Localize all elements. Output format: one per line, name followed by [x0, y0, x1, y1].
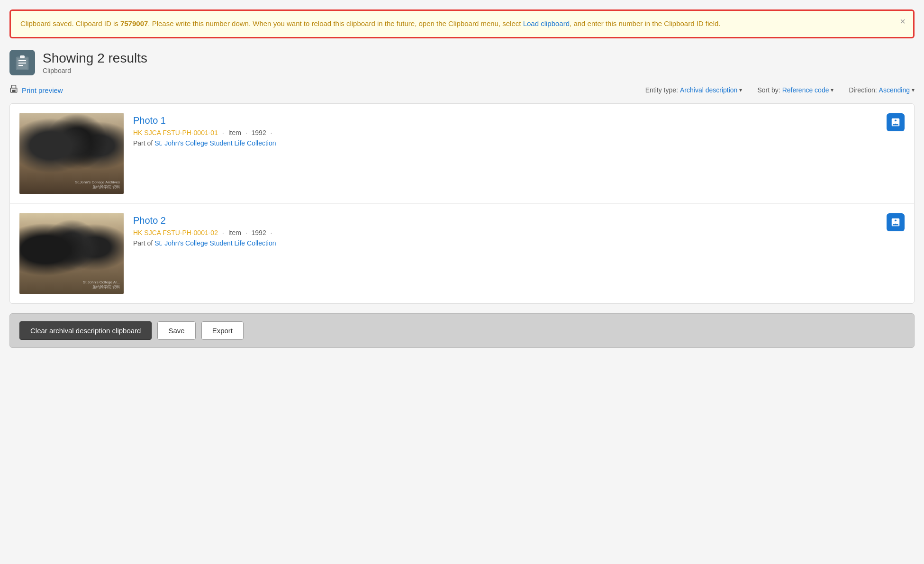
result-1-partof: Part of St. John's College Student Life … [133, 139, 905, 147]
toolbar: Print preview Entity type: Archival desc… [9, 85, 915, 96]
table-row: St.John's College Archives 圣约翰学院 资料 Phot… [10, 104, 914, 204]
header-text: Showing 2 results Clipboard [43, 51, 147, 74]
svg-point-9 [16, 89, 17, 90]
svg-rect-8 [12, 90, 16, 92]
photo-1-thumbnail: St.John's College Archives 圣约翰学院 资料 [19, 113, 124, 194]
filter-controls: Entity type: Archival description ▾ Sort… [645, 86, 915, 94]
direction-filter: Direction: Ascending ▾ [849, 86, 915, 94]
footer-toolbar: Clear archival description clipboard Sav… [9, 313, 915, 348]
results-container: St.John's College Archives 圣约翰学院 资料 Phot… [9, 103, 915, 304]
sort-by-filter: Sort by: Reference code ▾ [757, 86, 833, 94]
result-2-info: Photo 2 HK SJCA FSTU-PH-0001-02 · Item ·… [133, 213, 905, 247]
result-2-partof: Part of St. John's College Student Life … [133, 239, 905, 247]
clipboard-icon [9, 50, 35, 75]
export-button[interactable]: Export [201, 321, 244, 340]
watermark-1: St.John's College Archives 圣约翰学院 资料 [75, 180, 120, 190]
direction-value[interactable]: Ascending [879, 86, 910, 94]
direction-arrow[interactable]: ▾ [912, 87, 915, 93]
direction-label: Direction: [849, 86, 877, 94]
result-2-refcode: HK SJCA FSTU-PH-0001-02 [133, 229, 218, 237]
entity-type-arrow[interactable]: ▾ [739, 87, 742, 93]
result-2-year: 1992 [252, 229, 266, 237]
print-preview-button[interactable]: Print preview [9, 85, 63, 96]
save-button[interactable]: Save [157, 321, 195, 340]
page-subtitle: Clipboard [43, 67, 147, 74]
alert-close-button[interactable]: × [900, 17, 906, 26]
result-1-type: Item [228, 129, 241, 136]
watermark-2: St.John's College Ar... 圣约翰学院 资料 [83, 280, 120, 290]
page-header: Showing 2 results Clipboard [9, 50, 915, 75]
result-2-title[interactable]: Photo 2 [133, 215, 905, 226]
sort-by-label: Sort by: [757, 86, 780, 94]
sort-by-value[interactable]: Reference code [782, 86, 829, 94]
print-icon [9, 85, 18, 96]
svg-rect-6 [12, 85, 16, 88]
clear-clipboard-button[interactable]: Clear archival description clipboard [19, 321, 152, 340]
result-1-year: 1992 [252, 129, 266, 136]
print-preview-label: Print preview [22, 86, 63, 94]
svg-rect-5 [20, 55, 25, 58]
result-1-collection-link[interactable]: St. John's College Student Life Collecti… [154, 139, 276, 147]
result-1-info: Photo 1 HK SJCA FSTU-PH-0001-01 · Item ·… [133, 113, 905, 147]
photo-2-thumbnail: St.John's College Ar... 圣约翰学院 资料 [19, 213, 124, 294]
load-clipboard-link[interactable]: Load clipboard [523, 19, 570, 27]
result-1-meta: HK SJCA FSTU-PH-0001-01 · Item · 1992 · [133, 129, 905, 136]
alert-banner: Clipboard saved. Clipoard ID is 7579007.… [9, 9, 915, 38]
sort-by-arrow[interactable]: ▾ [831, 87, 833, 93]
result-2-type: Item [228, 229, 241, 237]
result-2-collection-link[interactable]: St. John's College Student Life Collecti… [154, 239, 276, 247]
entity-type-label: Entity type: [645, 86, 678, 94]
remove-from-clipboard-2[interactable] [887, 213, 905, 231]
result-1-refcode: HK SJCA FSTU-PH-0001-01 [133, 129, 218, 136]
page-title: Showing 2 results [43, 51, 147, 66]
table-row: St.John's College Ar... 圣约翰学院 资料 Photo 2… [10, 204, 914, 303]
result-2-meta: HK SJCA FSTU-PH-0001-02 · Item · 1992 · [133, 229, 905, 237]
remove-from-clipboard-1[interactable] [887, 113, 905, 131]
entity-type-filter: Entity type: Archival description ▾ [645, 86, 743, 94]
result-1-title[interactable]: Photo 1 [133, 115, 905, 126]
entity-type-value[interactable]: Archival description [680, 86, 737, 94]
alert-text: Clipboard saved. Clipoard ID is 7579007.… [20, 19, 721, 27]
